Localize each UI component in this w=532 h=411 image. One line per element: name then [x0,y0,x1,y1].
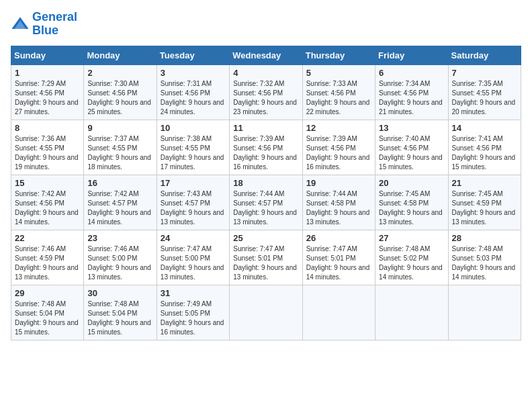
weekday-header-row: SundayMondayTuesdayWednesdayThursdayFrid… [11,46,521,64]
calendar-cell: 12 Sunrise: 7:39 AMSunset: 4:56 PMDaylig… [302,120,375,175]
day-number: 18 [233,178,298,188]
day-info: Sunrise: 7:34 AMSunset: 4:56 PMDaylight:… [379,80,443,116]
day-info: Sunrise: 7:39 AMSunset: 4:56 PMDaylight:… [233,135,297,171]
weekday-header-thursday: Thursday [302,46,375,64]
calendar-cell [230,285,302,340]
calendar-cell: 10 Sunrise: 7:38 AMSunset: 4:55 PMDaylig… [157,120,229,175]
day-info: Sunrise: 7:32 AMSunset: 4:56 PMDaylight:… [233,80,297,116]
weekday-header-wednesday: Wednesday [230,46,302,64]
day-info: Sunrise: 7:44 AMSunset: 4:58 PMDaylight:… [306,190,370,226]
day-number: 2 [87,68,152,78]
day-info: Sunrise: 7:40 AMSunset: 4:56 PMDaylight:… [379,135,443,171]
calendar-cell: 30 Sunrise: 7:48 AMSunset: 5:04 PMDaylig… [84,285,157,340]
calendar-cell: 3 Sunrise: 7:31 AMSunset: 4:56 PMDayligh… [157,64,229,120]
calendar-cell: 7 Sunrise: 7:35 AMSunset: 4:55 PMDayligh… [448,64,521,120]
page-header: General Blue [11,11,521,38]
day-number: 13 [379,123,444,133]
day-info: Sunrise: 7:47 AMSunset: 5:01 PMDaylight:… [306,245,370,281]
day-number: 21 [452,178,517,188]
calendar-cell: 31 Sunrise: 7:49 AMSunset: 5:05 PMDaylig… [157,285,229,340]
calendar-cell: 29 Sunrise: 7:48 AMSunset: 5:04 PMDaylig… [11,285,84,340]
calendar-week-0: 1 Sunrise: 7:29 AMSunset: 4:56 PMDayligh… [11,64,521,120]
calendar-cell: 26 Sunrise: 7:47 AMSunset: 5:01 PMDaylig… [302,230,375,285]
day-number: 15 [15,178,80,188]
day-number: 30 [87,288,152,298]
calendar-week-1: 8 Sunrise: 7:36 AMSunset: 4:55 PMDayligh… [11,120,521,175]
day-info: Sunrise: 7:36 AMSunset: 4:55 PMDaylight:… [15,135,79,171]
day-number: 16 [87,178,152,188]
day-number: 25 [233,233,298,243]
calendar-cell: 1 Sunrise: 7:29 AMSunset: 4:56 PMDayligh… [11,64,84,120]
day-number: 4 [233,68,298,78]
logo-icon [11,15,30,34]
day-info: Sunrise: 7:48 AMSunset: 5:04 PMDaylight:… [87,300,151,336]
calendar-week-2: 15 Sunrise: 7:42 AMSunset: 4:56 PMDaylig… [11,175,521,230]
calendar-table: SundayMondayTuesdayWednesdayThursdayFrid… [11,46,521,340]
day-number: 7 [452,68,517,78]
weekday-header-sunday: Sunday [11,46,84,64]
day-number: 27 [379,233,444,243]
weekday-header-monday: Monday [84,46,157,64]
calendar-body: 1 Sunrise: 7:29 AMSunset: 4:56 PMDayligh… [11,64,521,340]
calendar-cell: 25 Sunrise: 7:47 AMSunset: 5:01 PMDaylig… [230,230,302,285]
day-number: 9 [87,123,152,133]
day-number: 22 [15,233,80,243]
calendar-cell: 4 Sunrise: 7:32 AMSunset: 4:56 PMDayligh… [230,64,302,120]
calendar-cell: 9 Sunrise: 7:37 AMSunset: 4:55 PMDayligh… [84,120,157,175]
calendar-cell: 22 Sunrise: 7:46 AMSunset: 4:59 PMDaylig… [11,230,84,285]
calendar-cell: 24 Sunrise: 7:47 AMSunset: 5:00 PMDaylig… [157,230,229,285]
day-number: 26 [306,233,371,243]
day-info: Sunrise: 7:42 AMSunset: 4:56 PMDaylight:… [15,190,79,226]
calendar-cell: 19 Sunrise: 7:44 AMSunset: 4:58 PMDaylig… [302,175,375,230]
calendar-cell: 2 Sunrise: 7:30 AMSunset: 4:56 PMDayligh… [84,64,157,120]
day-number: 11 [233,123,298,133]
calendar-week-4: 29 Sunrise: 7:48 AMSunset: 5:04 PMDaylig… [11,285,521,340]
day-info: Sunrise: 7:39 AMSunset: 4:56 PMDaylight:… [306,135,370,171]
calendar-cell: 17 Sunrise: 7:43 AMSunset: 4:57 PMDaylig… [157,175,229,230]
calendar-cell: 14 Sunrise: 7:41 AMSunset: 4:56 PMDaylig… [448,120,521,175]
calendar-cell: 28 Sunrise: 7:48 AMSunset: 5:03 PMDaylig… [448,230,521,285]
day-info: Sunrise: 7:38 AMSunset: 4:55 PMDaylight:… [161,135,224,171]
day-number: 14 [452,123,517,133]
calendar-cell: 8 Sunrise: 7:36 AMSunset: 4:55 PMDayligh… [11,120,84,175]
weekday-header-tuesday: Tuesday [157,46,229,64]
calendar-week-3: 22 Sunrise: 7:46 AMSunset: 4:59 PMDaylig… [11,230,521,285]
day-number: 20 [379,178,444,188]
day-info: Sunrise: 7:48 AMSunset: 5:04 PMDaylight:… [15,300,79,336]
calendar-cell: 15 Sunrise: 7:42 AMSunset: 4:56 PMDaylig… [11,175,84,230]
weekday-header-friday: Friday [375,46,448,64]
day-info: Sunrise: 7:42 AMSunset: 4:57 PMDaylight:… [87,190,151,226]
calendar-cell: 18 Sunrise: 7:44 AMSunset: 4:57 PMDaylig… [230,175,302,230]
day-number: 23 [87,233,152,243]
calendar-cell: 16 Sunrise: 7:42 AMSunset: 4:57 PMDaylig… [84,175,157,230]
day-info: Sunrise: 7:48 AMSunset: 5:03 PMDaylight:… [452,245,516,281]
day-number: 10 [161,123,226,133]
day-number: 19 [306,178,371,188]
day-info: Sunrise: 7:45 AMSunset: 4:59 PMDaylight:… [452,190,516,226]
day-info: Sunrise: 7:29 AMSunset: 4:56 PMDaylight:… [15,80,79,116]
calendar-cell: 20 Sunrise: 7:45 AMSunset: 4:58 PMDaylig… [375,175,448,230]
logo-text: General Blue [32,11,77,38]
day-info: Sunrise: 7:47 AMSunset: 5:00 PMDaylight:… [161,245,224,281]
calendar-cell [375,285,448,340]
day-number: 1 [15,68,80,78]
day-info: Sunrise: 7:43 AMSunset: 4:57 PMDaylight:… [161,190,224,226]
calendar-cell: 5 Sunrise: 7:33 AMSunset: 4:56 PMDayligh… [302,64,375,120]
day-info: Sunrise: 7:48 AMSunset: 5:02 PMDaylight:… [379,245,443,281]
day-info: Sunrise: 7:41 AMSunset: 4:56 PMDaylight:… [452,135,516,171]
day-number: 5 [306,68,371,78]
calendar-cell: 23 Sunrise: 7:46 AMSunset: 5:00 PMDaylig… [84,230,157,285]
day-info: Sunrise: 7:31 AMSunset: 4:56 PMDaylight:… [161,80,224,116]
day-number: 17 [161,178,226,188]
weekday-header-saturday: Saturday [448,46,521,64]
day-number: 8 [15,123,80,133]
day-info: Sunrise: 7:37 AMSunset: 4:55 PMDaylight:… [87,135,151,171]
calendar-cell: 6 Sunrise: 7:34 AMSunset: 4:56 PMDayligh… [375,64,448,120]
day-number: 29 [15,288,80,298]
calendar-cell: 11 Sunrise: 7:39 AMSunset: 4:56 PMDaylig… [230,120,302,175]
calendar-cell: 13 Sunrise: 7:40 AMSunset: 4:56 PMDaylig… [375,120,448,175]
day-info: Sunrise: 7:46 AMSunset: 4:59 PMDaylight:… [15,245,79,281]
calendar-cell [302,285,375,340]
day-info: Sunrise: 7:30 AMSunset: 4:56 PMDaylight:… [87,80,151,116]
day-number: 6 [379,68,444,78]
